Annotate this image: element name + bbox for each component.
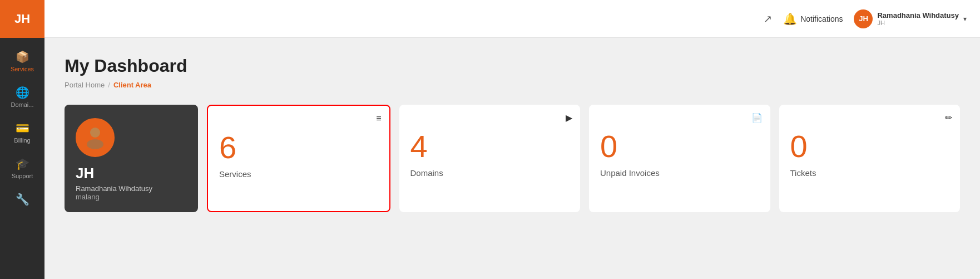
sidebar-item-label-services: Services xyxy=(11,66,34,72)
stat-card-unpaid-invoices[interactable]: 📄 0 Unpaid Invoices xyxy=(589,105,770,212)
stat-card-tickets[interactable]: ✏ 0 Tickets xyxy=(779,105,961,212)
stat-card-services[interactable]: ≡ 6 Services xyxy=(207,105,390,212)
domains-label: Domains xyxy=(410,168,570,178)
avatar: JH xyxy=(854,9,873,28)
sidebar-item-label-billing: Billing xyxy=(14,137,30,144)
avatar-initials: JH xyxy=(859,14,868,23)
breadcrumb: Portal Home / Client Area xyxy=(65,81,960,89)
stat-card-domains[interactable]: ▶ 4 Domains xyxy=(399,105,581,212)
billing-icon: 💳 xyxy=(16,121,29,135)
icon-sidebar: JH 📦 Services 🌐 Domai... 💳 Billing 🎓 Sup… xyxy=(0,0,44,279)
breadcrumb-current: Client Area xyxy=(113,81,151,89)
sidebar-item-more[interactable]: 🔧 xyxy=(0,186,44,215)
chevron-down-icon: ▾ xyxy=(963,15,967,23)
notifications-label: Notifications xyxy=(800,14,843,23)
more-icon: 🔧 xyxy=(16,193,29,206)
invoices-number: 0 xyxy=(600,129,759,164)
profile-avatar xyxy=(76,118,115,157)
services-label: Services xyxy=(219,169,378,179)
user-area[interactable]: JH Ramadhania Wihdatusy JH ▾ xyxy=(854,9,967,28)
svg-point-2 xyxy=(90,128,100,138)
tickets-card-icon: ✏ xyxy=(945,112,952,123)
sidebar-nav: 📦 Services 🌐 Domai... 💳 Billing 🎓 Suppor… xyxy=(0,38,44,215)
domains-number: 4 xyxy=(410,129,570,164)
page-title: My Dashboard xyxy=(65,56,960,76)
profile-initials: JH xyxy=(76,165,187,182)
tickets-number: 0 xyxy=(790,129,949,164)
tickets-label: Tickets xyxy=(790,168,949,178)
profile-name: Ramadhania Wihdatusy xyxy=(76,184,187,193)
services-number: 6 xyxy=(219,130,378,165)
logo-text: JH xyxy=(14,12,30,26)
profile-location: malang xyxy=(76,193,187,201)
sidebar-item-services[interactable]: 📦 Services xyxy=(0,43,44,79)
support-icon: 🎓 xyxy=(16,157,29,170)
profile-card: JH Ramadhania Wihdatusy malang xyxy=(65,105,198,212)
user-name: Ramadhania Wihdatusy xyxy=(877,11,959,19)
top-header: ↗ 🔔 Notifications JH Ramadhania Wihdatus… xyxy=(44,0,980,38)
user-info: Ramadhania Wihdatusy JH xyxy=(877,11,959,26)
sidebar-item-domains[interactable]: 🌐 Domai... xyxy=(0,79,44,115)
sidebar-item-support[interactable]: 🎓 Support xyxy=(0,150,44,186)
user-subtitle: JH xyxy=(877,19,959,26)
main-wrapper: ↗ 🔔 Notifications JH Ramadhania Wihdatus… xyxy=(44,0,980,279)
invoices-card-icon: 📄 xyxy=(751,112,763,123)
bell-icon: 🔔 xyxy=(783,12,797,26)
domains-card-icon: ▶ xyxy=(566,112,572,123)
services-icon: 📦 xyxy=(16,50,29,63)
services-card-icon: ≡ xyxy=(376,114,381,124)
logo[interactable]: JH xyxy=(0,0,44,38)
page-content: My Dashboard Portal Home / Client Area xyxy=(44,38,980,279)
profile-avatar-image xyxy=(81,124,109,151)
breadcrumb-home[interactable]: Portal Home xyxy=(65,81,105,89)
svg-point-3 xyxy=(87,139,103,149)
domains-icon: 🌐 xyxy=(16,86,29,99)
cards-row: JH Ramadhania Wihdatusy malang ≡ 6 Servi… xyxy=(65,105,960,212)
breadcrumb-separator: / xyxy=(108,81,110,89)
sidebar-item-label-domains: Domai... xyxy=(11,101,34,108)
sidebar-item-billing[interactable]: 💳 Billing xyxy=(0,115,44,150)
invoices-label: Unpaid Invoices xyxy=(600,168,759,178)
notifications-area[interactable]: 🔔 Notifications xyxy=(783,12,843,26)
share-icon[interactable]: ↗ xyxy=(764,13,772,25)
sidebar-item-label-support: Support xyxy=(12,173,33,179)
